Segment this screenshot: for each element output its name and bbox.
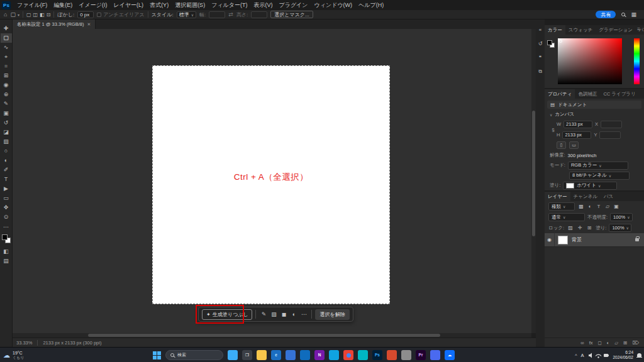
task-view-icon[interactable]: ❐ (242, 350, 252, 360)
canvas-height-input[interactable]: 2133 px (562, 131, 591, 139)
utility-icon[interactable] (401, 350, 411, 360)
clone-stamp-tool[interactable]: ▣ (1, 109, 12, 118)
hidden-icons-chevron[interactable]: ^ (575, 353, 577, 358)
horizontal-scrollbar[interactable] (13, 333, 531, 337)
canvas-fill-select[interactable]: ホワイト∨ (563, 182, 617, 190)
start-button[interactable] (153, 351, 161, 359)
expand-panels-icon[interactable]: « (539, 27, 541, 33)
marquee-tool[interactable]: ▢ (1, 33, 12, 43)
hue-slider[interactable] (634, 38, 640, 84)
foreground-background-swatches[interactable] (2, 234, 11, 243)
link-layers-icon[interactable]: ∞ (580, 340, 584, 346)
add-to-selection-icon[interactable]: ◫ (33, 12, 38, 18)
layer-mask-icon[interactable]: ◻ (598, 340, 602, 346)
active-tool-icon[interactable]: ▢▾ (10, 12, 19, 18)
pen-tool[interactable]: ✐ (1, 165, 12, 175)
menu-item[interactable]: ヘルプ(H) (355, 0, 387, 10)
link-dimensions-icon[interactable]: § (550, 119, 557, 140)
lock-all-icon[interactable]: ⊞ (586, 225, 593, 231)
landscape-orientation-icon[interactable]: ▭ (569, 141, 579, 149)
brush-icon[interactable]: ✎ (259, 311, 268, 317)
object-selection-tool[interactable]: ⌖ (1, 52, 12, 62)
layer-group-icon[interactable]: ▱ (614, 340, 618, 346)
brush-tool[interactable]: ✎ (1, 99, 12, 109)
lock-position-icon[interactable]: ✛ (576, 225, 584, 231)
new-layer-icon[interactable]: ⊞ (623, 340, 627, 346)
path-selection-tool[interactable]: ▶ (1, 184, 12, 194)
chrome-icon[interactable] (343, 350, 353, 360)
mini-color-swatches[interactable] (547, 40, 555, 48)
taskbar-clock[interactable]: 6:24 2024/06/02 (613, 350, 633, 360)
menu-item[interactable]: ファイル(F) (14, 0, 50, 10)
opacity-select[interactable]: 100%∨ (610, 213, 633, 221)
deselect-button[interactable]: 選択を解除 (315, 309, 349, 320)
subtract-from-selection-icon[interactable]: ◧ (40, 12, 45, 18)
panel-tab[interactable]: CC ライブラリ (600, 89, 638, 99)
layer-filter-select[interactable]: 種類∨ (548, 202, 575, 211)
intersect-selection-icon[interactable]: ⊡ (47, 12, 51, 18)
feather-input[interactable]: 0 px (77, 11, 94, 18)
photos-icon[interactable] (387, 350, 397, 360)
premiere-icon[interactable]: Pr (416, 350, 426, 360)
foreground-color-swatch[interactable] (547, 40, 552, 45)
layer-effects-icon[interactable]: fx (589, 340, 593, 346)
history-brush-tool[interactable]: ↺ (1, 118, 12, 128)
skype-icon[interactable] (329, 350, 339, 360)
antialias-checkbox[interactable]: アンチエイリアス (97, 11, 145, 18)
frame-tool[interactable]: ⊞ (1, 71, 12, 80)
filter-shape-layers-icon[interactable]: ▱ (604, 204, 611, 209)
share-button[interactable]: 共有 (596, 11, 616, 18)
menu-item[interactable]: 編集(E) (50, 0, 75, 10)
new-selection-icon[interactable]: ▢ (26, 12, 31, 18)
panel-tab[interactable]: カラー (545, 25, 565, 35)
comments-panel-icon[interactable]: ❝ (539, 55, 541, 60)
lock-transparency-icon[interactable]: ▨ (567, 225, 574, 231)
workspace-icon[interactable]: ▦ (631, 12, 636, 18)
zoom-tool[interactable]: ⊙ (1, 212, 12, 222)
generative-fill-button[interactable]: ✦ 生成塗りつぶし (202, 309, 252, 320)
document-info[interactable]: 2133 px x 2133 px (300 ppi) (43, 340, 101, 346)
mail-icon[interactable] (286, 350, 296, 360)
zoom-level[interactable]: 33.33% (16, 340, 32, 346)
panel-tab[interactable]: プロパティ (545, 89, 575, 99)
canvas-y-input[interactable] (599, 131, 621, 139)
menu-item[interactable]: 表示(V) (250, 0, 275, 10)
move-tool[interactable]: ✚ (1, 24, 12, 33)
gradient-tool[interactable]: ▨ (1, 137, 12, 146)
crop-tool[interactable]: ⌗ (1, 62, 12, 71)
panel-tab[interactable]: グラデーション (596, 25, 636, 35)
notification-bell-icon[interactable] (637, 353, 641, 357)
dodge-tool[interactable]: ◐ (1, 156, 12, 165)
panel-menu-icon[interactable]: ≡ (637, 26, 643, 32)
filter-smart-objects-icon[interactable]: ▣ (613, 204, 620, 209)
eraser-tool[interactable]: ◪ (1, 128, 12, 137)
close-icon[interactable]: ✕ (87, 22, 91, 27)
panel-tab[interactable]: パス (601, 192, 616, 201)
taskbar-weather-widget[interactable]: ☁ 19°C くもり (3, 348, 24, 362)
scrollbar-thumb[interactable] (88, 334, 440, 337)
select-and-mask-button[interactable]: 選択とマスク... (270, 11, 313, 18)
swap-dimensions-icon[interactable]: ⇄ (228, 12, 233, 18)
menu-item[interactable]: ウィンドウ(W) (311, 0, 356, 10)
network-volume-battery-icons[interactable] (587, 352, 609, 359)
filter-type-layers-icon[interactable]: T (595, 204, 602, 209)
filter-adjustment-layers-icon[interactable]: ◐ (586, 204, 594, 209)
document-properties-row[interactable]: ▤ ドキュメント (547, 101, 641, 109)
layer-row[interactable]: ◉ 背景 (545, 233, 644, 247)
blue-app-icon[interactable] (430, 350, 440, 360)
edge-icon[interactable]: e (271, 350, 281, 360)
fill-icon[interactable]: ▨ (269, 311, 278, 317)
adjustment-layer-icon[interactable]: ◐ (607, 340, 610, 346)
mask-icon[interactable]: ◼ (279, 311, 288, 317)
shape-tool[interactable]: ▭ (1, 194, 12, 203)
lasso-tool[interactable]: ∿ (1, 43, 12, 52)
more-options-icon[interactable]: ⋯ (299, 311, 308, 317)
copilot-icon[interactable] (228, 350, 238, 360)
panel-tab[interactable]: 色調補正 (575, 89, 600, 99)
filter-pixel-layers-icon[interactable]: ▩ (577, 204, 585, 209)
foreground-color-swatch[interactable] (2, 234, 8, 240)
scrollbar-thumb[interactable] (532, 111, 535, 236)
saturation-brightness-field[interactable] (558, 38, 622, 84)
ime-indicator[interactable]: A (580, 353, 584, 358)
onenote-icon[interactable]: N (314, 350, 325, 360)
